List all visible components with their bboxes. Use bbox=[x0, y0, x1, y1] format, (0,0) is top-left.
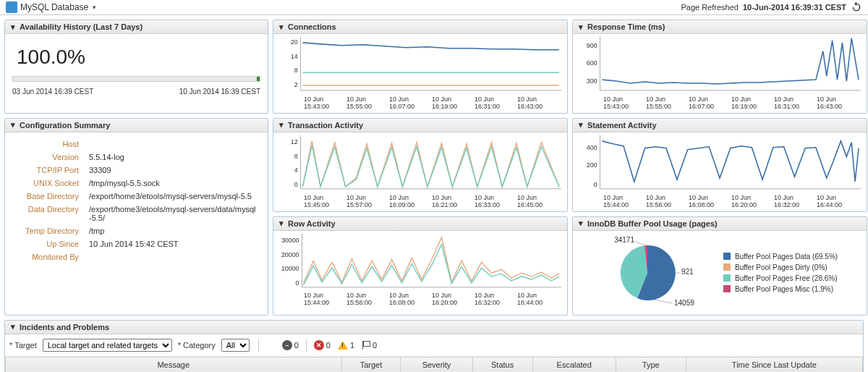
svg-text:20: 20 bbox=[291, 38, 298, 46]
col-target[interactable]: Target bbox=[341, 357, 401, 372]
svg-text:14059: 14059 bbox=[674, 299, 694, 307]
top-bar: MySQL Database ▼ Page Refreshed 10-Jun-2… bbox=[0, 0, 868, 15]
innodb-panel: ▾ InnoDB Buffer Pool Usage (pages) 34171… bbox=[572, 216, 867, 316]
svg-text:0: 0 bbox=[296, 279, 299, 287]
svg-text:10000: 10000 bbox=[281, 265, 299, 272]
collapse-icon[interactable]: ▾ bbox=[577, 23, 584, 30]
incidents-table: Message Target Severity Status Escalated… bbox=[5, 357, 863, 372]
panel-title: Connections bbox=[288, 22, 336, 31]
innodb-pie: 34171 921 14059 bbox=[579, 237, 709, 309]
category-filter-label: * Category bbox=[178, 341, 216, 350]
minus-icon: – bbox=[282, 340, 292, 350]
incidents-panel: ▾ Incidents and Problems * Target Local … bbox=[4, 320, 864, 372]
response-time-panel: ▾ Response Time (ms) 900 600 300 10 Jun … bbox=[572, 20, 867, 114]
status-critical[interactable]: ✕0 bbox=[314, 340, 331, 350]
category-filter-select[interactable]: All bbox=[221, 339, 250, 352]
connections-panel: ▾ Connections 20 14 8 2 10 Jun 15:43:00 … bbox=[273, 20, 568, 114]
svg-text:20000: 20000 bbox=[281, 250, 299, 258]
config-table: Host Version5.5.14-log TCP/IP Port33309 … bbox=[9, 137, 263, 264]
dropdown-icon: ▼ bbox=[91, 4, 97, 11]
target-filter-select[interactable]: Local target and related targets bbox=[43, 339, 172, 352]
row-chart: 30000 20000 10000 0 bbox=[278, 234, 563, 291]
availability-value: 100.0% bbox=[9, 38, 263, 73]
panel-title: InnoDB Buffer Pool Usage (pages) bbox=[587, 219, 718, 228]
panel-title: Incidents and Problems bbox=[20, 323, 109, 331]
collapse-icon[interactable]: ▾ bbox=[278, 122, 285, 129]
svg-text:400: 400 bbox=[587, 143, 597, 151]
svg-line-29 bbox=[635, 242, 646, 245]
svg-text:200: 200 bbox=[587, 161, 597, 169]
flag-icon bbox=[362, 341, 370, 350]
availability-bar bbox=[12, 76, 260, 82]
col-message[interactable]: Message bbox=[6, 357, 342, 372]
col-type[interactable]: Type bbox=[616, 357, 686, 372]
svg-text:8: 8 bbox=[294, 67, 298, 74]
target-filter-label: * Target bbox=[9, 341, 37, 350]
refresh-label: Page Refreshed bbox=[681, 3, 739, 12]
collapse-icon[interactable]: ▾ bbox=[9, 324, 17, 331]
svg-text:600: 600 bbox=[587, 59, 597, 67]
database-icon bbox=[6, 1, 17, 13]
svg-text:14: 14 bbox=[291, 53, 298, 60]
innodb-legend: Buffer Pool Pages Data (69.5%) Buffer Po… bbox=[723, 250, 838, 296]
svg-text:12: 12 bbox=[291, 138, 298, 145]
svg-text:8: 8 bbox=[294, 152, 298, 159]
svg-text:30000: 30000 bbox=[281, 236, 299, 243]
svg-text:4: 4 bbox=[294, 166, 298, 174]
collapse-icon[interactable]: ▾ bbox=[577, 220, 584, 227]
transaction-panel: ▾ Transaction Activity 12 8 4 0 10 Jun 1… bbox=[273, 118, 568, 212]
svg-text:900: 900 bbox=[587, 42, 597, 49]
collapse-icon[interactable]: ▾ bbox=[278, 23, 285, 30]
svg-text:0: 0 bbox=[594, 181, 597, 188]
svg-text:34171: 34171 bbox=[614, 237, 634, 244]
status-clear[interactable]: –0 bbox=[282, 340, 299, 350]
availability-end: 10 Jun 2014 16:39 CEST bbox=[179, 88, 260, 96]
col-severity[interactable]: Severity bbox=[401, 357, 472, 372]
panel-title: Row Activity bbox=[288, 219, 336, 228]
panel-title: Statement Activity bbox=[587, 121, 657, 130]
warning-icon bbox=[338, 341, 348, 350]
collapse-icon[interactable]: ▾ bbox=[9, 23, 17, 30]
svg-text:300: 300 bbox=[587, 77, 597, 85]
panel-title: Configuration Summary bbox=[20, 121, 110, 130]
config-panel: ▾ Configuration Summary Host Version5.5.… bbox=[4, 118, 268, 316]
page-title: MySQL Database bbox=[20, 2, 88, 12]
target-menu[interactable]: MySQL Database ▼ bbox=[6, 1, 97, 13]
svg-text:0: 0 bbox=[294, 181, 298, 188]
collapse-icon[interactable]: ▾ bbox=[278, 220, 285, 227]
error-icon: ✕ bbox=[314, 340, 324, 350]
transaction-chart: 12 8 4 0 bbox=[278, 135, 563, 193]
availability-start: 03 Jun 2014 16:39 CEST bbox=[12, 88, 93, 96]
response-chart: 900 600 300 bbox=[577, 37, 862, 94]
statement-panel: ▾ Statement Activity 400 200 0 10 Jun 15… bbox=[572, 118, 867, 212]
status-warning[interactable]: 1 bbox=[338, 341, 354, 350]
svg-text:921: 921 bbox=[681, 268, 694, 276]
status-flag[interactable]: 0 bbox=[362, 341, 377, 350]
svg-text:2: 2 bbox=[294, 81, 298, 88]
collapse-icon[interactable]: ▾ bbox=[9, 122, 17, 129]
panel-title: Response Time (ms) bbox=[587, 22, 665, 31]
connections-chart: 20 14 8 2 bbox=[278, 37, 563, 94]
col-time[interactable]: Time Since Last Update bbox=[686, 357, 862, 372]
panel-title: Transaction Activity bbox=[288, 121, 363, 130]
col-status[interactable]: Status bbox=[472, 357, 532, 372]
refresh-icon[interactable] bbox=[851, 1, 862, 13]
col-escalated[interactable]: Escalated bbox=[532, 357, 616, 372]
row-activity-panel: ▾ Row Activity 30000 20000 10000 0 10 Ju… bbox=[273, 216, 568, 316]
availability-panel: ▾ Availability History (Last 7 Days) 100… bbox=[4, 20, 268, 114]
collapse-icon[interactable]: ▾ bbox=[577, 122, 584, 129]
panel-title: Availability History (Last 7 Days) bbox=[20, 22, 142, 31]
refresh-timestamp: 10-Jun-2014 16:39:31 CEST bbox=[743, 3, 846, 12]
svg-line-33 bbox=[650, 299, 673, 303]
statement-chart: 400 200 0 bbox=[577, 135, 862, 193]
